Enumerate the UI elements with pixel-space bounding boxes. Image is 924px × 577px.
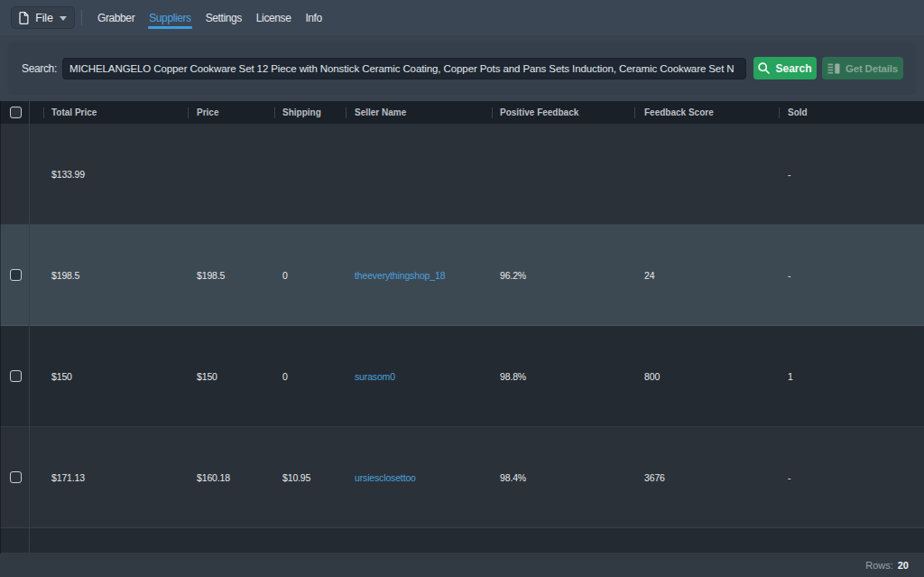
cell-total-price: $171.13: [51, 427, 85, 527]
table-row[interactable]: $198.5 $198.5 0 theeverythingshop_18 96.…: [0, 225, 924, 326]
column-header-price[interactable]: Price: [197, 101, 218, 124]
rows-count-label: Rows:: [865, 560, 893, 571]
get-details-button[interactable]: Get Details: [822, 57, 903, 79]
cell-total-price: $150: [51, 326, 72, 426]
cell-positive-feedback: 98.4%: [500, 427, 526, 527]
details-list-icon: [827, 63, 840, 74]
cell-shipping: 0: [282, 326, 288, 426]
row-checkbox[interactable]: [10, 471, 22, 483]
search-input[interactable]: [62, 58, 746, 79]
cell-shipping: $10.95: [282, 427, 310, 527]
row-checkbox[interactable]: [10, 269, 22, 281]
tab-license[interactable]: License: [249, 0, 299, 35]
cell-positive-feedback: 98.8%: [500, 326, 526, 426]
search-section: Search: Search Get Details: [0, 35, 924, 101]
column-header-positive-feedback[interactable]: Positive Feedback: [500, 101, 578, 124]
table-row[interactable]: $133.99 -: [0, 124, 924, 225]
seller-link[interactable]: surasom0: [355, 326, 395, 426]
column-header-seller-name[interactable]: Seller Name: [355, 101, 406, 124]
cell-sold: -: [788, 124, 790, 224]
cell-total-price: $133.99: [51, 124, 85, 224]
app-window: File Grabber Suppliers Settings License …: [0, 0, 924, 577]
header-divider: [346, 107, 346, 118]
file-icon: [19, 12, 29, 24]
get-details-button-label: Get Details: [845, 63, 898, 74]
cell-sold: -: [788, 225, 790, 325]
cell-shipping: 0: [282, 225, 288, 325]
status-bar: Rows: 20: [0, 554, 924, 577]
main-tabs: Grabber Suppliers Settings License Info: [90, 0, 329, 35]
file-menu-button[interactable]: File: [11, 6, 75, 29]
search-button-label: Search: [775, 62, 811, 75]
tab-suppliers[interactable]: Suppliers: [142, 0, 198, 35]
column-header-sold[interactable]: Sold: [788, 101, 808, 124]
table-row[interactable]: $150 $150 0 surasom0 98.8% 800 1: [0, 326, 924, 427]
top-menu-bar: File Grabber Suppliers Settings License …: [0, 0, 924, 35]
menu-divider: [81, 10, 82, 25]
column-header-shipping[interactable]: Shipping: [282, 101, 321, 124]
cell-sold: -: [788, 427, 790, 527]
checkbox-column-divider: [29, 101, 30, 554]
header-divider: [492, 107, 493, 118]
column-header-total-price[interactable]: Total Price: [51, 101, 97, 124]
header-divider: [779, 107, 780, 118]
seller-link[interactable]: theeverythingshop_18: [355, 225, 445, 325]
seller-link[interactable]: ursiesclosettoo: [355, 427, 416, 527]
search-icon: [758, 62, 770, 74]
search-button[interactable]: Search: [753, 57, 817, 79]
cell-total-price: $198.5: [51, 225, 79, 325]
cell-feedback-score: 800: [644, 326, 660, 426]
chevron-down-icon: [60, 16, 67, 21]
table-header: Total Price Price Shipping Seller Name P…: [0, 101, 924, 124]
search-panel: Search: Search Get Details: [7, 42, 917, 95]
header-divider: [43, 107, 44, 118]
tab-settings[interactable]: Settings: [199, 0, 249, 35]
header-divider: [188, 107, 189, 118]
cell-positive-feedback: 96.2%: [500, 225, 526, 325]
cell-price: $160.18: [197, 427, 230, 527]
cell-price: $198.5: [197, 225, 225, 325]
header-divider: [274, 107, 275, 118]
table-row-partial[interactable]: [0, 528, 924, 554]
select-all-checkbox[interactable]: [10, 107, 22, 118]
header-divider: [634, 107, 635, 118]
table-row[interactable]: $171.13 $160.18 $10.95 ursiesclosettoo 9…: [0, 427, 924, 528]
search-label: Search:: [22, 42, 57, 95]
column-header-feedback-score[interactable]: Feedback Score: [644, 101, 714, 124]
file-menu-label: File: [35, 12, 52, 24]
cell-price: $150: [197, 326, 217, 426]
cell-feedback-score: 24: [644, 225, 654, 325]
tab-info[interactable]: Info: [298, 0, 328, 35]
cell-sold: 1: [788, 326, 793, 426]
tab-grabber[interactable]: Grabber: [90, 0, 142, 35]
table-left-edge: [0, 101, 1, 554]
row-checkbox[interactable]: [10, 370, 22, 382]
rows-count-value: 20: [898, 560, 909, 571]
cell-feedback-score: 3676: [644, 427, 665, 527]
